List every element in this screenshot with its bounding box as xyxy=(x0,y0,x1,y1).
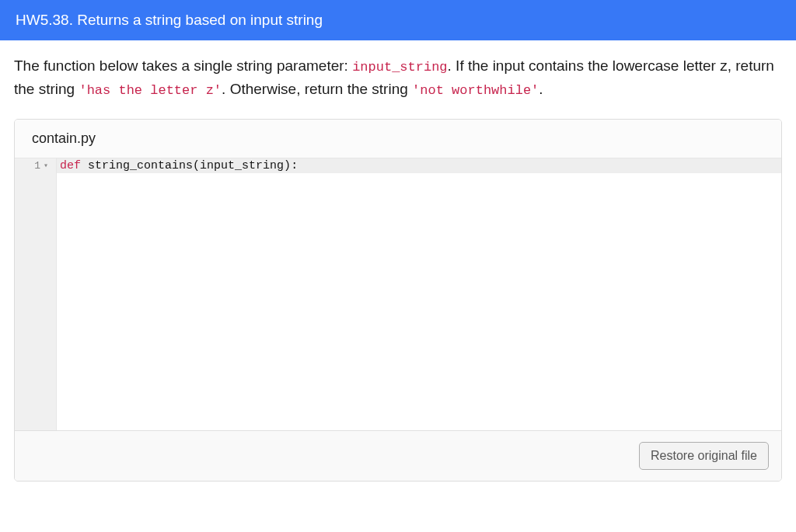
token-colon: : xyxy=(291,159,298,172)
token-param: input_string xyxy=(200,159,284,172)
token-close-paren: ) xyxy=(284,159,291,172)
token-def: def xyxy=(60,159,81,172)
code-editor-card: contain.py 1 ▾ def string_contains(input… xyxy=(14,119,782,482)
token-open-paren: ( xyxy=(193,159,200,172)
desc-code-1: input_string xyxy=(352,60,447,75)
page-header: HW5.38. Returns a string based on input … xyxy=(0,0,796,40)
restore-original-button[interactable]: Restore original file xyxy=(639,442,769,470)
code-line-1: def string_contains(input_string): xyxy=(57,158,781,173)
fold-indicator-icon[interactable]: ▾ xyxy=(44,161,51,170)
page-title: HW5.38. Returns a string based on input … xyxy=(16,12,323,28)
editor-footer: Restore original file xyxy=(15,430,781,481)
desc-code-2: 'has the letter z' xyxy=(79,83,222,98)
editor-filename-tab: contain.py xyxy=(15,120,781,158)
filename-label: contain.py xyxy=(32,130,96,146)
desc-text-4: . xyxy=(539,81,543,97)
code-text-area[interactable]: def string_contains(input_string): xyxy=(57,158,781,430)
gutter-line-1: 1 ▾ xyxy=(15,158,56,173)
editor-gutter: 1 ▾ xyxy=(15,158,57,430)
line-number-1: 1 xyxy=(34,160,40,172)
desc-text-3: . Otherwise, return the string xyxy=(222,81,412,97)
desc-code-3: 'not worthwhile' xyxy=(412,83,539,98)
problem-description: The function below takes a single string… xyxy=(14,54,782,102)
content-area: The function below takes a single string… xyxy=(0,40,796,495)
code-editor[interactable]: 1 ▾ def string_contains(input_string): xyxy=(15,158,781,430)
token-funcname: string_contains xyxy=(88,159,193,172)
desc-text-1: The function below takes a single string… xyxy=(14,57,352,74)
